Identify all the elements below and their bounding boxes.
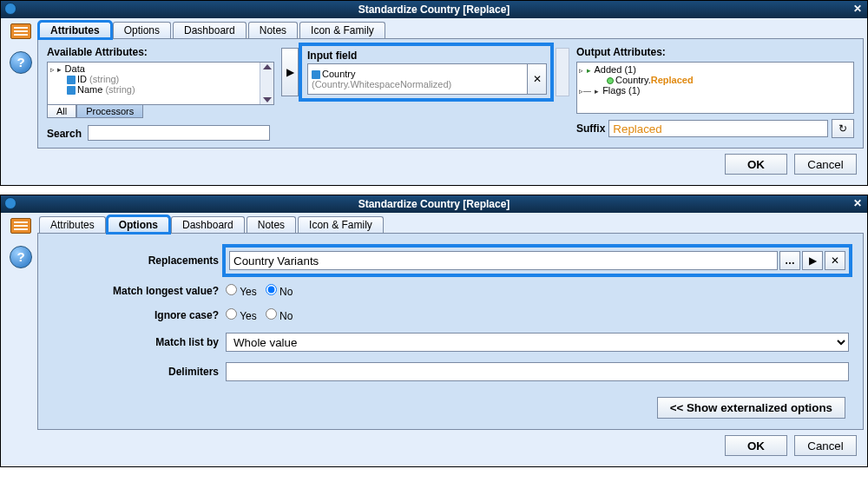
tab-notes[interactable]: Notes [247,216,296,233]
match-list-by-label: Match list by [52,336,226,348]
clear-icon[interactable]: ✕ [825,251,845,270]
cancel-button[interactable]: Cancel [794,154,857,175]
tab-icon-family[interactable]: Icon & Family [299,22,385,38]
tree-added: Added (1) [595,64,636,75]
match-longest-no[interactable]: No [266,284,293,298]
search-label: Search [47,128,82,140]
replacements-group: … ▶ ✕ [226,248,849,274]
replacements-label: Replacements [52,254,226,267]
subtab-processors[interactable]: Processors [76,104,143,118]
tab-options[interactable]: Options [113,22,171,38]
search-input[interactable] [88,125,270,141]
tree-added-item: Country. [615,75,651,85]
refresh-icon[interactable]: ↻ [832,119,854,138]
ignore-case-no[interactable]: No [266,308,293,322]
available-attributes-list[interactable]: ▹ ▸ Data ID (string) Name (string) [47,62,274,105]
match-longest-yes[interactable]: Yes [226,284,257,298]
input-field-detail: (Country.WhitespaceNormalized) [312,79,523,89]
app-icon [4,197,16,209]
suffix-input[interactable] [608,120,828,137]
tree-added-suffix: Replaced [651,75,694,85]
window-attributes: Standardize Country [Replace] ✕ ? Attrib… [0,0,868,186]
tab-bar: Attributes Options Dashboard Notes Icon … [37,216,864,233]
titlebar: Standardize Country [Replace] ✕ [1,1,867,18]
tree-item-type: (string) [89,74,119,84]
tab-attributes[interactable]: Attributes [39,22,111,38]
app-icon [4,3,16,15]
left-gutter: ? [4,22,37,180]
attribute-icon [67,86,76,95]
show-externalized-button[interactable]: << Show externalized options [657,397,845,419]
output-attributes-tree[interactable]: ▹ ▸ Added (1) Country.Replaced ▹— ▸ Flag… [576,62,854,114]
replacements-input[interactable] [229,251,778,270]
processor-icon[interactable] [10,23,31,39]
input-field-title: Input field [307,50,547,62]
tab-options[interactable]: Options [108,216,169,233]
radio-label-no: No [279,286,293,298]
output-attributes-label: Output Attributes: [576,46,854,58]
tab-dashboard[interactable]: Dashboard [173,22,247,38]
close-icon[interactable]: ✕ [853,3,862,15]
ignore-case-label: Ignore case? [52,309,226,321]
tree-item: Name [77,84,102,95]
suffix-label: Suffix [576,122,605,135]
go-icon[interactable]: ▶ [802,251,823,270]
scrollbar[interactable] [260,63,273,104]
delimiters-input[interactable] [226,362,849,381]
match-list-by-select[interactable]: Whole value [226,333,849,352]
processor-icon[interactable] [10,218,31,234]
close-icon[interactable]: ✕ [853,197,862,209]
radio-label-no: No [279,310,293,322]
match-longest-label: Match longest value? [52,285,226,297]
status-dot-icon [607,77,614,84]
radio-label-yes: Yes [240,310,257,322]
tab-attributes[interactable]: Attributes [39,216,106,233]
available-attributes-label: Available Attributes: [47,46,274,58]
help-icon[interactable]: ? [10,51,32,74]
clear-input-icon[interactable]: ✕ [527,64,546,94]
tree-item-type: (string) [105,84,135,95]
tab-notes[interactable]: Notes [248,22,298,38]
delimiters-label: Delimiters [52,366,226,378]
subtab-all[interactable]: All [47,104,76,118]
tree-root: Data [65,63,85,74]
tab-bar: Attributes Options Dashboard Notes Icon … [37,22,864,38]
ignore-case-yes[interactable]: Yes [226,308,257,322]
tree-item: ID [77,74,87,84]
window-title: Standardize Country [Replace] [358,3,510,16]
window-options: Standardize Country [Replace] ✕ ? Attrib… [0,195,868,467]
window-title: Standardize Country [Replace] [358,198,510,210]
attribute-icon [312,70,320,79]
options-panel: Replacements … ▶ ✕ Match longest value? … [37,233,864,430]
attribute-icon [67,76,76,84]
ok-button[interactable]: OK [725,154,787,175]
scrollbar[interactable] [556,48,569,96]
ok-button[interactable]: OK [725,435,787,456]
tree-flags: Flags (1) [602,85,640,96]
attributes-panel: Available Attributes: ▹ ▸ Data ID (strin… [37,38,864,149]
input-field-name: Country [322,69,356,79]
cancel-button[interactable]: Cancel [794,435,857,456]
radio-label-yes: Yes [240,286,257,298]
tab-dashboard[interactable]: Dashboard [171,216,245,233]
browse-icon[interactable]: … [779,251,800,270]
add-attribute-button[interactable]: ▶ [281,48,299,96]
tab-icon-family[interactable]: Icon & Family [298,216,384,233]
titlebar: Standardize Country [Replace] ✕ [1,195,867,213]
help-icon[interactable]: ? [10,246,32,268]
left-gutter: ? [4,216,37,461]
input-field-group: Input field Country (Country.WhitespaceN… [302,46,550,98]
